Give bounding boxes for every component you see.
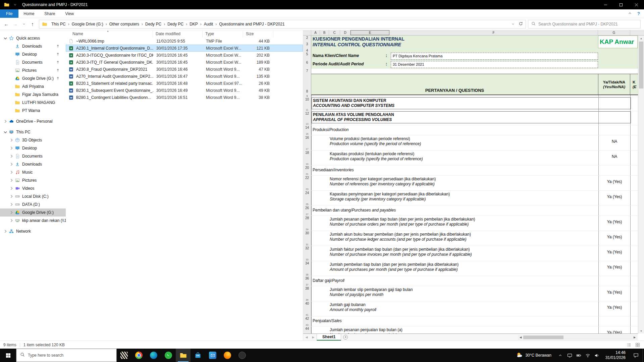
start-button[interactable] — [0, 349, 16, 362]
taskbar-app-store[interactable] — [191, 349, 205, 362]
chev-right-icon[interactable] — [3, 119, 8, 124]
sheet-row[interactable]: 1819Kapasitas produksi (tentukan periode… — [303, 150, 638, 166]
breadcrumb-item-google-drive-g[interactable]: Google Drive (G:) — [70, 22, 105, 26]
tab-view[interactable]: View — [60, 9, 79, 18]
breadcrumb-item-dkp[interactable]: DKP — [187, 22, 200, 26]
sidebar-item-documents[interactable]: Documents — [0, 152, 66, 160]
back-button[interactable]: ← — [2, 20, 11, 28]
column-header-d[interactable]: D — [340, 30, 351, 35]
sheet-row[interactable]: 44Jumlah pesanan penjualan tiap bulan (a… — [303, 326, 638, 334]
minimize-button[interactable] — [598, 0, 613, 9]
file-row-a230-1-internal-control-questionnaire-d[interactable]: XA230.1_Internal Control Questionnaire_D… — [66, 45, 303, 52]
sheet-title-id[interactable]: KUESIONER PENGENDALIAN INTERNAL — [311, 36, 638, 42]
sidebar-item-music[interactable]: Music — [0, 168, 66, 176]
row-header[interactable]: 7 — [303, 69, 311, 74]
taskbar-app-edge[interactable] — [146, 349, 161, 362]
sidebar-item-documents[interactable]: Documents — [0, 58, 66, 66]
row-header[interactable]: 5 — [303, 52, 311, 60]
breadcrumb-item-questionnaire-and-pmpj-dkp2021[interactable]: Questionnaire and PMPJ - DKP2021 — [217, 22, 286, 26]
close-button[interactable] — [629, 0, 644, 9]
sidebar-item-luthfi-magang[interactable]: LUTHFI MAGANG — [0, 99, 66, 107]
row-header[interactable]: 3 — [303, 42, 311, 48]
history-chevron-icon[interactable] — [19, 20, 28, 28]
volume-tray-icon[interactable] — [592, 349, 601, 362]
answer-column-header[interactable]: Ya/Tidak/NA (Yes/No/NA) — [598, 74, 630, 95]
sheet-row[interactable]: 3435Jumlah pembelian tiap bulan (dan per… — [303, 261, 638, 276]
file-row-a230-3-itgcq-questionnaire-for-itgc-dk[interactable]: XA230.3-ITGCQ_Questionnaire for ITGC_DK.… — [66, 52, 303, 59]
answer-cell[interactable]: NA — [599, 135, 630, 144]
column-header-e[interactable]: E — [351, 30, 389, 35]
titlebar[interactable]: Questionnaire and PMPJ - DKP2021 — [0, 0, 644, 9]
row-header[interactable]: 4041 — [303, 301, 311, 316]
preview-horizontal-scrollbar[interactable]: ◀ ▶ — [518, 335, 637, 340]
sidebar-item-downloads[interactable]: Downloads — [0, 160, 66, 168]
taskbar-app-mail[interactable] — [205, 349, 220, 362]
large-icons-view-button[interactable] — [634, 342, 641, 348]
taskbar-app-zebra-app[interactable] — [117, 349, 131, 362]
explorer-search-box[interactable] — [528, 20, 641, 28]
row-header[interactable]: 3637 — [303, 276, 311, 286]
answer-cell[interactable]: Ya (Yes) — [599, 216, 630, 224]
answer-cell[interactable]: Ya (Yes) — [599, 231, 630, 239]
sheet-tab-sheet1[interactable]: Sheet1 — [317, 334, 341, 341]
row-header[interactable]: 9 — [303, 95, 311, 97]
answer-cell[interactable]: NA — [599, 150, 630, 159]
scroll-right-icon[interactable]: ▶ — [632, 336, 637, 339]
details-view-button[interactable] — [625, 342, 633, 348]
sidebar-item-pictures[interactable]: Pictures — [0, 176, 66, 184]
scroll-down-icon[interactable]: ▼ — [638, 328, 644, 334]
sheet-row[interactable]: 1011SISTEM AKUNTANSI DAN KOMPUTERACCOUNT… — [303, 97, 638, 111]
tray-chevron-up-icon[interactable] — [555, 354, 565, 357]
sidebar-section-onedrive-personal[interactable]: OneDrive - Personal — [0, 117, 66, 125]
chev-right-icon[interactable] — [9, 202, 14, 207]
sidebar-item-3d-objects[interactable]: 3D Objects — [0, 136, 66, 144]
scroll-up-icon[interactable]: ▲ — [638, 36, 644, 41]
sheet-row[interactable]: 2021Persediaan/Inventories — [303, 166, 638, 176]
tab-share[interactable]: Share — [39, 9, 60, 18]
taskbar-app-whatsapp[interactable] — [161, 349, 176, 362]
sidebar-section-network[interactable]: Network — [0, 227, 66, 235]
answer-cell[interactable]: Ya (Yes) — [599, 246, 630, 254]
taskbar-app-file-explorer[interactable] — [176, 349, 191, 362]
row-header[interactable]: 2425 — [303, 191, 311, 205]
refresh-icon[interactable] — [519, 21, 523, 27]
chev-right-icon[interactable] — [9, 162, 14, 167]
file-row-a270-internal-audit-questionnaire-dkp2[interactable]: WA270_Internal Audit Questionnaire_DKP2.… — [66, 73, 303, 80]
sidebar-item-videos[interactable]: Videos — [0, 184, 66, 192]
answer-cell[interactable]: Ya (Yes) — [599, 191, 630, 199]
sheet-row[interactable]: 1213PENILAIAN ATAS VOLUME PENGOLAHANAPPR… — [303, 111, 638, 125]
column-header-type[interactable]: Type — [203, 30, 243, 38]
answer-cell[interactable]: Ya (Yes) — [599, 326, 630, 334]
row-header[interactable]: 1617 — [303, 135, 311, 150]
sheet-nav-right-icon[interactable]: ▶ — [310, 334, 317, 341]
address-bar[interactable]: This PC›Google Drive (G:)›Other computer… — [39, 20, 526, 28]
help-icon[interactable]: ? — [637, 11, 640, 16]
column-header-b[interactable]: B — [320, 30, 329, 35]
show-desktop-button[interactable] — [642, 349, 644, 362]
taskbar-search-input[interactable] — [28, 353, 113, 358]
chev-right-icon[interactable] — [9, 137, 14, 143]
client-name-value[interactable]: PT Digdaya Kencana Pratama — [391, 53, 598, 60]
breadcrumb-item-dedy-pc[interactable]: Dedy PC — [143, 22, 163, 26]
chev-right-icon[interactable] — [9, 194, 14, 199]
sheet-row[interactable]: 2425Kapasitas penyimpanan (per kategori … — [303, 191, 638, 206]
sheet-row[interactable]: 3839Jumlah lembar slip pembayaran gaji t… — [303, 286, 638, 301]
column-header-date-modified[interactable]: Date modified — [153, 30, 203, 38]
row-header[interactable]: 2829 — [303, 216, 311, 231]
sheet-corner[interactable] — [303, 30, 311, 35]
action-center-icon[interactable] — [630, 349, 642, 362]
taskbar-app-chrome[interactable] — [131, 349, 146, 362]
chev-down-icon[interactable] — [3, 129, 8, 135]
row-header[interactable]: 3435 — [303, 261, 311, 276]
breadcrumb-item-audit[interactable]: Audit — [202, 22, 215, 26]
row-header[interactable]: 3031 — [303, 231, 311, 246]
row-header[interactable]: 3839 — [303, 286, 311, 301]
sheet-row[interactable]: 1617Volume produksi (tentukan periode re… — [303, 135, 638, 150]
collapse-ribbon-icon[interactable] — [628, 11, 632, 17]
breadcrumb-item-other-computers[interactable]: Other computers — [107, 22, 141, 26]
sheet-row[interactable]: 3233Jumlah faktur pembelian tiap bulan (… — [303, 246, 638, 261]
row-header[interactable]: 4243 — [303, 316, 311, 326]
column-header-size[interactable]: Size — [243, 30, 273, 38]
row-header[interactable]: 44 — [303, 326, 311, 334]
scroll-left-icon[interactable]: ◀ — [518, 336, 523, 339]
